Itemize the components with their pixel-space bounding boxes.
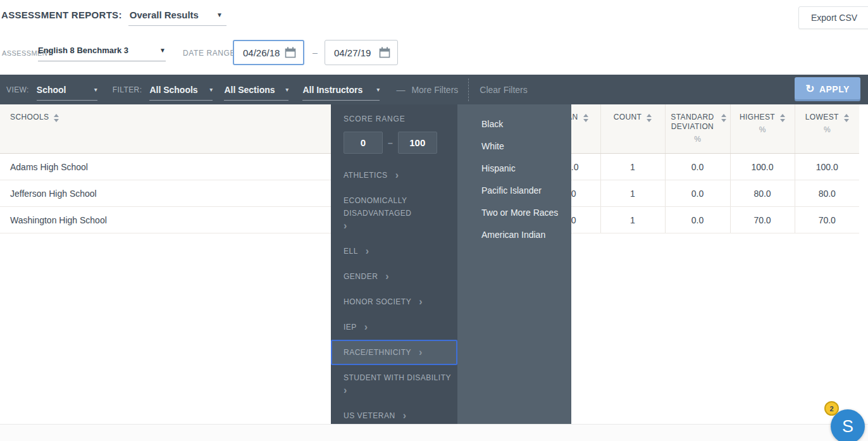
clear-filters-button[interactable]: Clear Filters: [480, 85, 527, 95]
caret-down-icon: ▾: [94, 87, 97, 93]
title-row: ASSESSMENT REPORTS: Overall Results ▼: [1, 8, 226, 26]
chevron-right-icon: ›: [403, 409, 406, 422]
chevron-right-icon: ›: [419, 346, 422, 359]
column-header-highest[interactable]: HIGHEST%: [730, 104, 795, 154]
date-start-value: 04/26/18: [243, 47, 280, 58]
chevron-right-icon: ›: [366, 245, 369, 258]
column-unit-label: %: [666, 135, 730, 144]
view-value: School: [37, 85, 66, 95]
refresh-icon: ↻: [805, 84, 815, 94]
more-filters-item-us-veteran[interactable]: US VETERAN›: [331, 403, 457, 428]
submenu-option-white[interactable]: White: [457, 135, 571, 157]
more-filters-toggle[interactable]: — More Filters: [396, 85, 458, 95]
cell-count: 1: [600, 180, 665, 207]
calendar-icon: [379, 47, 390, 58]
more-filters-item-label: IEP: [344, 321, 357, 333]
schools-filter-value: All Schools: [149, 85, 197, 95]
score-range-separator: –: [388, 138, 393, 148]
caret-down-icon: ▾: [285, 87, 288, 93]
more-filters-label: More Filters: [411, 85, 458, 95]
sort-icon[interactable]: [54, 114, 59, 122]
chevron-right-icon: ›: [395, 169, 399, 182]
sort-down-arrow: [54, 119, 59, 122]
view-dropdown[interactable]: School ▾: [37, 85, 97, 101]
cell-lowest: 80.0: [795, 180, 859, 207]
report-type-dropdown[interactable]: Overall Results ▼: [128, 8, 226, 26]
more-filters-panel: SCORE RANGE 0 – 100 ATHLETICS›ECONOMICAL…: [331, 104, 457, 424]
chevron-right-icon: ›: [385, 270, 388, 283]
sort-icon[interactable]: [780, 114, 785, 122]
score-max-input[interactable]: 100: [398, 132, 437, 154]
score-range-label: SCORE RANGE: [344, 115, 457, 123]
chat-notification-badge: 2: [824, 401, 839, 416]
sections-filter-value: All Sections: [224, 85, 275, 95]
cell-highest: 80.0: [730, 180, 795, 207]
report-type-value: Overall Results: [130, 9, 199, 20]
instructors-filter-dropdown[interactable]: All Instructors ▾: [302, 85, 380, 101]
chat-widget-initial: S: [842, 417, 853, 437]
column-header-lowest[interactable]: LOWEST%: [795, 104, 859, 154]
cell-lowest: 100.0: [795, 154, 859, 180]
score-min-input[interactable]: 0: [344, 132, 383, 154]
submenu-option-two-or-more-races[interactable]: Two or More Races: [457, 201, 571, 223]
assessment-dropdown[interactable]: English 8 Benchmark 3 ▼: [38, 46, 166, 61]
submenu-option-hispanic[interactable]: Hispanic: [457, 157, 571, 179]
column-header-label: HIGHEST: [731, 113, 795, 122]
date-start-input[interactable]: 04/26/18: [233, 40, 304, 65]
more-filters-item-iep[interactable]: IEP›: [331, 314, 457, 340]
sort-down-arrow: [721, 119, 726, 122]
more-filters-item-athletics[interactable]: ATHLETICS›: [331, 163, 457, 188]
caret-down-icon: ▾: [209, 87, 213, 93]
sort-up-arrow: [780, 114, 785, 117]
column-header-label: STANDARD DEVIATION: [666, 113, 730, 132]
column-header-label: LOWEST: [795, 113, 860, 122]
column-header-text: LOWEST: [805, 113, 839, 122]
column-header-text: HIGHEST: [740, 113, 775, 122]
more-filters-item-label: RACE/ETHNICITY: [344, 346, 411, 359]
more-filters-item-honor-society[interactable]: HONOR SOCIETY›: [331, 289, 457, 314]
cell-highest: 100.0: [730, 154, 795, 180]
sort-up-arrow: [844, 114, 849, 117]
cell-lowest: 70.0: [795, 207, 859, 233]
cell-highest: 70.0: [730, 207, 795, 233]
page-title: ASSESSMENT REPORTS:: [1, 8, 122, 20]
more-filters-item-label: GENDER: [344, 270, 378, 283]
sections-filter-dropdown[interactable]: All Sections ▾: [224, 85, 288, 101]
race-ethnicity-submenu: BlackWhiteHispanicPacific IslanderTwo or…: [457, 104, 571, 424]
more-filters-item-label: ELL: [344, 245, 358, 258]
sort-up-arrow: [721, 114, 726, 117]
instructors-filter-value: All Instructors: [302, 85, 363, 95]
cell-std_dev: 0.0: [665, 154, 730, 180]
sort-down-arrow: [647, 119, 652, 122]
date-range-label: DATE RANGE: [183, 49, 235, 58]
more-filters-item-gender[interactable]: GENDER›: [331, 264, 457, 289]
column-header-text: COUNT: [614, 113, 642, 122]
more-filters-item-ell[interactable]: ELL›: [331, 239, 457, 264]
export-csv-button[interactable]: Export CSV: [798, 6, 868, 29]
date-end-input[interactable]: 04/27/19: [325, 40, 398, 65]
apply-button[interactable]: ↻ APPLY: [795, 77, 860, 101]
score-range-section: SCORE RANGE 0 – 100: [331, 104, 457, 154]
cell-std_dev: 0.0: [665, 180, 730, 207]
sort-icon[interactable]: [647, 114, 652, 122]
more-filters-item-student-with-disability[interactable]: STUDENT WITH DISABILITY›: [331, 365, 457, 403]
chat-widget-button[interactable]: S 2: [831, 409, 865, 441]
column-header-count[interactable]: COUNT: [600, 104, 665, 154]
submenu-option-pacific-islander[interactable]: Pacific Islander: [457, 179, 571, 201]
more-filters-item-race-ethnicity[interactable]: RACE/ETHNICITY›: [331, 340, 457, 365]
submenu-option-american-indian[interactable]: American Indian: [457, 223, 571, 245]
filter-label: FILTER:: [113, 85, 142, 94]
column-header-standard-deviation[interactable]: STANDARD DEVIATION%: [665, 104, 730, 154]
sort-icon[interactable]: [583, 114, 588, 122]
more-filters-item-economically-disadvantaged[interactable]: ECONOMICALLY DISADVANTAGED›: [331, 188, 457, 239]
submenu-option-black[interactable]: Black: [457, 113, 571, 135]
date-end-value: 04/27/19: [334, 47, 371, 58]
assessment-value: English 8 Benchmark 3: [38, 46, 128, 55]
column-header-text: SCHOOLS: [10, 113, 49, 122]
sort-icon[interactable]: [844, 114, 849, 122]
caret-down-icon: ▼: [159, 47, 166, 54]
sort-icon[interactable]: [721, 114, 726, 122]
chevron-right-icon: ›: [344, 220, 347, 232]
schools-filter-dropdown[interactable]: All Schools ▾: [149, 85, 213, 101]
view-label: VIEW:: [6, 85, 29, 94]
